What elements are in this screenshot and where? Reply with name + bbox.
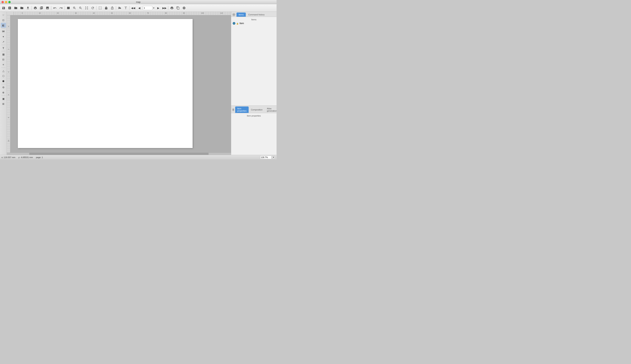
prev-page-btn[interactable]: ◀◀ bbox=[130, 5, 136, 11]
zoom-dropdown-button[interactable]: ▼ bbox=[272, 156, 275, 159]
main-toolbar: ◀◀ ◀ ▼ ▶ ▶▶ bbox=[0, 4, 276, 12]
add-html-left-btn[interactable]: ⚙ bbox=[1, 85, 6, 90]
bottom-panel-tabs: ✕ Item properties Composition Atlas gene… bbox=[231, 106, 276, 113]
print2-btn[interactable] bbox=[169, 5, 175, 11]
separator-2 bbox=[51, 6, 51, 10]
bottom-panel: ✕ Item properties Composition Atlas gene… bbox=[231, 106, 276, 155]
pan-tool-btn[interactable]: ☞ bbox=[1, 12, 6, 18]
align-btn[interactable] bbox=[123, 5, 129, 11]
separator-1 bbox=[32, 6, 32, 10]
window-title: map bbox=[136, 1, 140, 4]
bottom-panel-content: Item properties bbox=[231, 113, 276, 155]
left-toolbar: ☞ ⊡ ◧ 🗺 ✦ ↗ T ▦ ⊟ ≡ △ ⬡ ⬟ ⚙ ⊕ ▣ ⊞ bbox=[0, 12, 7, 155]
undo-button[interactable] bbox=[52, 5, 58, 11]
refresh-btn[interactable] bbox=[90, 5, 96, 11]
add-polygon-btn[interactable]: ⬡ bbox=[1, 74, 6, 78]
add-label-left-btn[interactable]: T bbox=[1, 46, 6, 50]
item-label: Item bbox=[239, 22, 244, 25]
left-separator-6 bbox=[1, 96, 6, 96]
zoom-control: ▼ bbox=[260, 156, 275, 159]
bottom-content-label: Item properties bbox=[232, 114, 276, 118]
ruler-v-numbers: 0 2 4 6 8 10 bbox=[7, 15, 10, 152]
statusbar: x: 119.557 mm y: -6.85531 mm page: 1 ▼ bbox=[0, 155, 276, 160]
canvas-scroll[interactable] bbox=[10, 15, 231, 152]
export-img-button[interactable] bbox=[45, 5, 50, 11]
zoom-in-btn[interactable] bbox=[72, 5, 77, 11]
page-total: ▼ bbox=[153, 7, 155, 9]
items-tab[interactable]: Items bbox=[236, 12, 246, 17]
left-separator-1 bbox=[1, 28, 6, 28]
add-map-btn[interactable] bbox=[66, 5, 71, 11]
folder-button[interactable] bbox=[19, 5, 25, 11]
redo-button[interactable] bbox=[58, 5, 64, 11]
zoom-region-btn[interactable] bbox=[97, 5, 103, 11]
canvas-scrollbar-horizontal[interactable] bbox=[7, 152, 231, 155]
right-panel: ✕ Items Command history Items 🔒 Item ✕ I… bbox=[231, 12, 276, 155]
items-panel: Items 🔒 Item bbox=[231, 17, 276, 106]
page-number: page: 1 bbox=[36, 156, 43, 158]
add-map-left-btn[interactable]: 🗺 bbox=[1, 29, 6, 34]
next-page-btn[interactable]: ▶▶ bbox=[162, 5, 167, 11]
ruler-corner bbox=[7, 12, 14, 15]
scrollbar-thumb[interactable] bbox=[29, 153, 209, 155]
zoom-input[interactable] bbox=[260, 156, 272, 159]
add-node-btn[interactable]: ⬟ bbox=[1, 78, 6, 84]
import-button[interactable] bbox=[25, 5, 31, 11]
canvas-main: 0 2 4 6 8 10 bbox=[7, 15, 231, 152]
item-properties-tab[interactable]: Item properties bbox=[235, 106, 249, 113]
group-btn[interactable] bbox=[117, 5, 123, 11]
x-coordinate: x: 119.557 mm bbox=[2, 156, 15, 158]
page-number-input[interactable] bbox=[143, 6, 152, 10]
add-table-left-btn[interactable]: ▦ bbox=[1, 52, 6, 57]
command-history-tab[interactable]: Command history bbox=[246, 12, 267, 17]
export-pdf-button[interactable] bbox=[39, 5, 44, 11]
add-arrow-left-btn[interactable]: ↗ bbox=[1, 39, 6, 44]
add-scalebar-btn[interactable]: ⊟ bbox=[1, 57, 6, 62]
close-button[interactable] bbox=[2, 1, 4, 3]
separator-4 bbox=[96, 6, 97, 10]
select-item-btn[interactable]: ◧ bbox=[1, 23, 6, 28]
zoom-out-btn[interactable] bbox=[78, 5, 83, 11]
add-legend-btn[interactable]: ≡ bbox=[1, 62, 6, 67]
unlock-btn[interactable] bbox=[109, 5, 115, 11]
maximize-button[interactable] bbox=[8, 1, 11, 3]
export2-btn[interactable] bbox=[175, 5, 181, 11]
left-separator-4 bbox=[1, 68, 6, 68]
ruler-left: 0 2 4 6 8 10 bbox=[7, 15, 10, 152]
select-region-btn[interactable]: ⊡ bbox=[1, 18, 6, 22]
left-separator-3 bbox=[1, 51, 6, 51]
y-coordinate: y: -6.85531 mm bbox=[19, 156, 33, 158]
left-separator-5 bbox=[1, 84, 6, 84]
add-group-btn[interactable]: ⊕ bbox=[1, 90, 6, 95]
composition-tab[interactable]: Composition bbox=[249, 108, 265, 112]
grid2-btn[interactable]: ⊞ bbox=[1, 101, 6, 106]
item-lock-icon[interactable]: 🔒 bbox=[236, 22, 239, 25]
add-point-btn[interactable]: ✦ bbox=[1, 34, 6, 39]
new-button[interactable] bbox=[7, 5, 13, 11]
separator-6 bbox=[129, 6, 130, 10]
list-item[interactable]: 🔒 Item bbox=[232, 22, 276, 25]
atlas-generation-tab[interactable]: Atlas generation bbox=[265, 106, 276, 113]
open-button[interactable] bbox=[13, 5, 19, 11]
item-visibility-icon[interactable] bbox=[233, 22, 235, 25]
panel-close-button[interactable]: ✕ bbox=[232, 13, 235, 16]
window-controls bbox=[2, 1, 11, 3]
ruler-row: 0102030405060708090100110 bbox=[7, 12, 231, 15]
separator-3 bbox=[65, 6, 65, 10]
grid-btn[interactable]: ▣ bbox=[1, 96, 6, 101]
canvas-container: 0102030405060708090100110 0 2 4 6 8 10 bbox=[7, 12, 231, 155]
minimize-button[interactable] bbox=[5, 1, 7, 3]
prev-btn[interactable]: ◀ bbox=[136, 5, 142, 11]
next-btn[interactable]: ▶ bbox=[156, 5, 161, 11]
items-panel-label: Items bbox=[232, 18, 276, 22]
left-separator-2 bbox=[1, 45, 6, 45]
print-button[interactable] bbox=[33, 5, 38, 11]
save-button[interactable] bbox=[1, 5, 7, 11]
page-input-group: ▼ bbox=[143, 6, 155, 10]
lock-btn[interactable] bbox=[103, 5, 109, 11]
settings-btn[interactable] bbox=[181, 5, 187, 11]
add-shape-left-btn[interactable]: △ bbox=[1, 68, 6, 73]
bottom-panel-close-button[interactable]: ✕ bbox=[232, 108, 234, 111]
zoom-full-btn[interactable] bbox=[84, 5, 90, 11]
ruler-top: 0102030405060708090100110 bbox=[14, 12, 231, 15]
